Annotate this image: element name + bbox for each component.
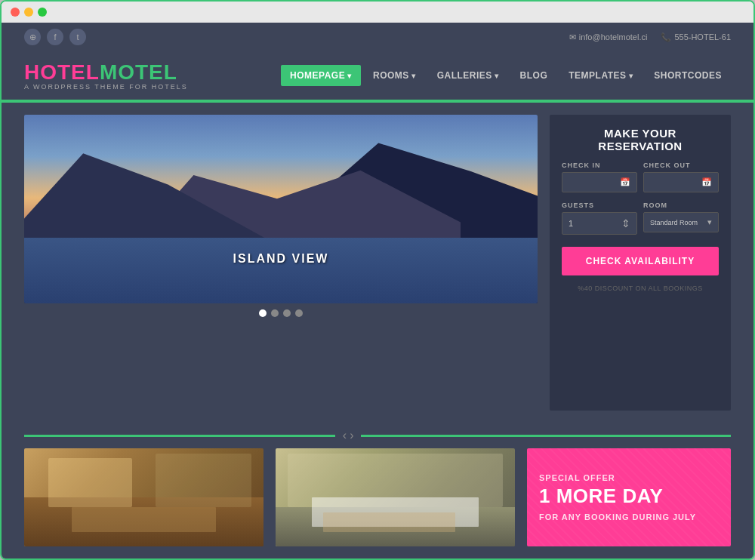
guests-input[interactable]: 1 ⇕	[562, 212, 637, 235]
nav-rooms[interactable]: ROOMS	[364, 65, 425, 86]
arrow-divider: ‹ ›	[2, 423, 753, 448]
special-offer-card[interactable]: SPECIAL OFFER 1 MORE DAY FOR ANY BOOKING…	[527, 448, 731, 546]
contact-info: ✉ info@hotelmotel.ci 📞 555-HOTEL-61	[569, 32, 731, 42]
email-icon: ✉	[569, 32, 576, 42]
checkin-calendar-icon: 📅	[620, 177, 630, 187]
email-text: info@hotelmotel.ci	[579, 32, 648, 42]
next-arrow-icon[interactable]: ›	[350, 429, 353, 442]
phone-icon: 📞	[661, 32, 671, 42]
hero-slider: ISLAND VIEW	[24, 115, 538, 411]
bottom-cards: SPECIAL OFFER 1 MORE DAY FOR ANY BOOKING…	[2, 448, 753, 558]
browser-window: ⊕ f t ✉ info@hotelmotel.ci 📞 555-HOTEL-6…	[0, 0, 755, 560]
slide-label: ISLAND VIEW	[233, 252, 329, 266]
offer-main: 1 MORE DAY	[539, 485, 719, 507]
checkout-calendar-icon: 📅	[701, 177, 712, 187]
main-content: ISLAND VIEW MAKE YOUR RESERVATION CHECK …	[2, 103, 753, 423]
checkin-input[interactable]: 📅	[562, 172, 637, 192]
globe-icon[interactable]: ⊕	[24, 29, 41, 45]
room-dropdown-icon: ▾	[707, 217, 712, 227]
nav-galleries[interactable]: GALLERIES	[428, 65, 508, 86]
slide-image[interactable]: ISLAND VIEW	[24, 115, 538, 303]
nav-shortcodes[interactable]: SHORTCODES	[645, 65, 731, 86]
room-field: ROOM Standard Room ▾	[643, 202, 719, 235]
nav-blog[interactable]: BLOG	[511, 65, 557, 86]
browser-chrome	[2, 2, 753, 23]
close-dot[interactable]	[11, 8, 20, 17]
guests-spinner-icon: ⇕	[621, 217, 630, 229]
slide-dot-2[interactable]	[271, 309, 279, 317]
checkout-field: CHECK OUT 📅	[643, 162, 719, 192]
nav-homepage[interactable]: HOMEPAGE	[281, 65, 361, 86]
slide-dots	[24, 309, 538, 317]
room-value: Standard Room	[650, 219, 698, 226]
logo-motel: MOTEL	[100, 60, 177, 84]
room-select[interactable]: Standard Room ▾	[643, 212, 719, 232]
scene	[24, 115, 538, 303]
social-icons: ⊕ f t	[24, 29, 86, 45]
room2-interior	[276, 448, 515, 546]
top-bar: ⊕ f t ✉ info@hotelmotel.ci 📞 555-HOTEL-6…	[2, 23, 753, 51]
twitter-icon[interactable]: t	[69, 29, 86, 45]
maximize-dot[interactable]	[38, 8, 47, 17]
slide-dot-3[interactable]	[283, 309, 291, 317]
divider-line-right	[361, 435, 731, 437]
room1-interior	[24, 448, 263, 546]
site-header: HOTELMOTEL A WORDPRESS THEME FOR HOTELS …	[2, 51, 753, 100]
facebook-icon[interactable]: f	[47, 29, 63, 45]
room-card-2[interactable]	[276, 448, 515, 546]
offer-label: SPECIAL OFFER	[539, 473, 719, 482]
check-availability-button[interactable]: CHECK AVAILABILITY	[562, 247, 719, 275]
logo-text: HOTELMOTEL	[24, 60, 188, 85]
site-content: ⊕ f t ✉ info@hotelmotel.ci 📞 555-HOTEL-6…	[2, 23, 753, 558]
guests-label: GUESTS	[562, 202, 637, 209]
nav-templates[interactable]: TEMPLATES	[559, 65, 642, 86]
checkin-field: CHECK IN 📅	[562, 162, 637, 192]
checkout-input[interactable]: 📅	[643, 172, 719, 192]
guests-field: GUESTS 1 ⇕	[562, 202, 637, 235]
main-nav: HOMEPAGE ROOMS GALLERIES BLOG TEMPLATES …	[281, 65, 731, 86]
divider-line-left	[24, 435, 335, 437]
minimize-dot[interactable]	[24, 8, 33, 17]
offer-sub: FOR ANY BOOKING DURING JULY	[539, 512, 719, 522]
slider-arrows: ‹ ›	[335, 429, 362, 442]
phone-info: 📞 555-HOTEL-61	[661, 32, 731, 42]
email-info: ✉ info@hotelmotel.ci	[569, 32, 648, 42]
discount-text: %40 DISCOUNT ON ALL BOOKINGS	[562, 285, 719, 292]
checkin-checkout-row: CHECK IN 📅 CHECK OUT 📅	[562, 162, 719, 192]
room-card-1[interactable]	[24, 448, 263, 546]
water	[24, 238, 538, 304]
logo-subtitle: A WORDPRESS THEME FOR HOTELS	[24, 83, 188, 91]
logo[interactable]: HOTELMOTEL A WORDPRESS THEME FOR HOTELS	[24, 60, 188, 91]
checkout-label: CHECK OUT	[643, 162, 719, 169]
reservation-panel: MAKE YOUR RESERVATION CHECK IN 📅 CHECK O…	[550, 115, 731, 411]
slide-dot-4[interactable]	[295, 309, 303, 317]
guests-room-row: GUESTS 1 ⇕ ROOM Standard Room ▾	[562, 202, 719, 235]
checkin-label: CHECK IN	[562, 162, 637, 169]
slide-dot-1[interactable]	[259, 309, 267, 317]
reservation-title: MAKE YOUR RESERVATION	[562, 127, 719, 152]
room-label: ROOM	[643, 202, 719, 209]
logo-hotel: HOTEL	[24, 60, 100, 84]
phone-text: 555-HOTEL-61	[674, 32, 731, 42]
guests-value: 1	[569, 219, 573, 228]
prev-arrow-icon[interactable]: ‹	[343, 429, 347, 442]
